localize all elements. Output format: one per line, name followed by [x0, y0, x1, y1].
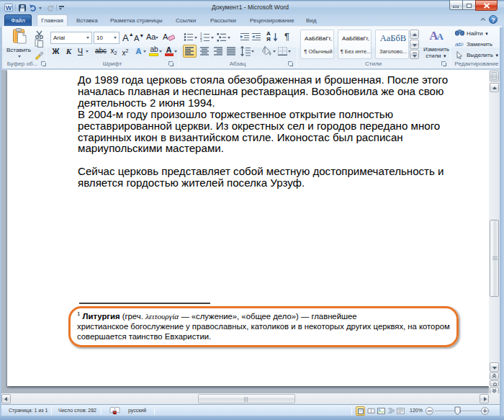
svg-text:ab: ab [455, 41, 462, 48]
svg-text:3: 3 [200, 39, 202, 42]
